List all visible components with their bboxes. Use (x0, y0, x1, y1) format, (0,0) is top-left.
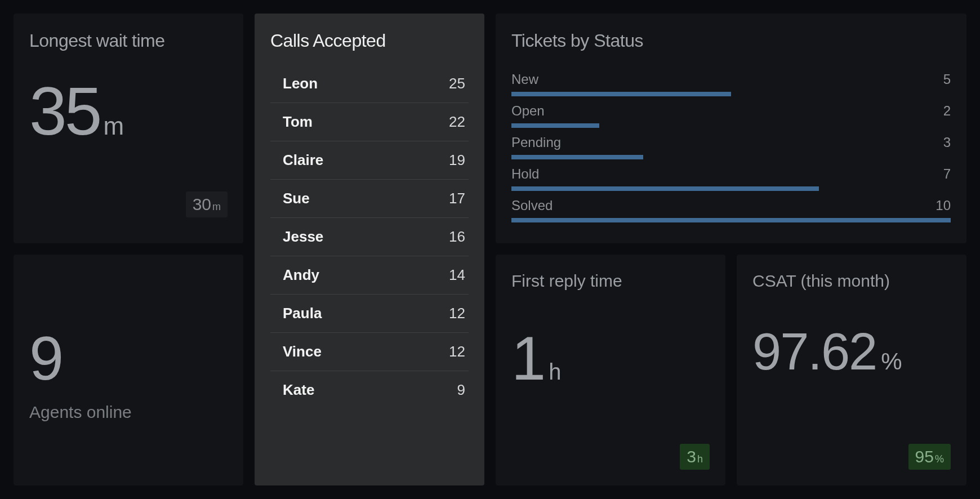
bar-label: Open (511, 103, 545, 119)
bar-header: New5 (511, 72, 951, 87)
list-item: Tom22 (270, 103, 469, 141)
card-title: Longest wait time (29, 30, 228, 51)
bar-label: New (511, 72, 538, 87)
csat-value: 97.62 % (752, 322, 951, 381)
bar-fill (511, 155, 643, 159)
agent-name: Tom (270, 113, 313, 131)
badge-unit: m (212, 201, 221, 213)
agent-value: 25 (449, 75, 469, 92)
bar-header: Open2 (511, 103, 951, 119)
agent-value: 16 (449, 228, 469, 246)
agent-value: 12 (449, 343, 469, 360)
badge-number: 3 (687, 447, 696, 466)
metric-number: 35 (29, 77, 100, 145)
list-item: Paula12 (270, 295, 469, 333)
agent-name: Leon (270, 75, 318, 92)
longest-wait-value: 35 m (29, 77, 228, 145)
list-item: Andy14 (270, 256, 469, 295)
bar-value: 2 (943, 103, 951, 119)
badge-number: 95 (915, 447, 934, 466)
badge-unit: % (935, 453, 944, 465)
longest-wait-card: Longest wait time 35 m 30 m (14, 14, 243, 243)
list-item: Leon25 (270, 65, 469, 103)
card-title: CSAT (this month) (752, 271, 951, 291)
list-item: Sue17 (270, 180, 469, 218)
agents-online-card: 9 Agents online (14, 255, 243, 485)
bar-fill (511, 92, 731, 96)
list-item: Kate9 (270, 371, 469, 409)
bar-fill (511, 218, 951, 222)
agent-value: 14 (449, 266, 469, 284)
agent-name: Vince (270, 343, 322, 360)
metric-unit: m (103, 112, 124, 140)
agent-name: Andy (270, 266, 319, 284)
agent-value: 22 (449, 113, 469, 131)
badge-unit: h (697, 453, 703, 465)
target-badge: 95 % (908, 444, 951, 470)
calls-accepted-card: Calls Accepted Leon25Tom22Claire19Sue17J… (255, 14, 484, 485)
first-reply-card: First reply time 1 h 3 h (496, 255, 725, 485)
agent-name: Paula (270, 305, 322, 322)
agent-value: 12 (449, 305, 469, 322)
bar-fill (511, 186, 819, 191)
agent-value: 17 (449, 190, 469, 207)
agents-online-label: Agents online (29, 403, 228, 422)
card-title: Tickets by Status (511, 30, 951, 51)
bar-track (511, 186, 951, 191)
metric-number: 1 (511, 322, 544, 394)
bar-row: Hold7 (511, 166, 951, 191)
list-item: Jesse16 (270, 218, 469, 256)
dashboard-grid: Longest wait time 35 m 30 m Calls Accept… (0, 0, 980, 499)
target-badge: 3 h (680, 444, 710, 470)
bar-header: Hold7 (511, 166, 951, 182)
first-reply-value: 1 h (511, 322, 710, 394)
bar-value: 5 (943, 72, 951, 87)
bar-row: Pending3 (511, 135, 951, 159)
agent-value: 19 (449, 152, 469, 169)
calls-accepted-list: Leon25Tom22Claire19Sue17Jesse16Andy14Pau… (270, 65, 469, 409)
bar-track (511, 218, 951, 222)
bar-header: Pending3 (511, 135, 951, 150)
bar-header: Solved10 (511, 198, 951, 213)
bar-label: Hold (511, 166, 539, 182)
csat-card: CSAT (this month) 97.62 % 95 % (737, 255, 966, 485)
bar-label: Solved (511, 198, 553, 213)
bar-row: Open2 (511, 103, 951, 128)
tickets-by-status-card: Tickets by Status New5Open2Pending3Hold7… (496, 14, 966, 243)
list-item: Vince12 (270, 333, 469, 371)
agent-value: 9 (457, 381, 469, 399)
agent-name: Jesse (270, 228, 323, 246)
card-title: First reply time (511, 271, 710, 291)
agent-name: Claire (270, 152, 323, 169)
target-badge: 30 m (186, 191, 228, 217)
bottom-right-group: First reply time 1 h 3 h CSAT (this mont… (496, 255, 966, 485)
list-item: Claire19 (270, 141, 469, 180)
badge-number: 30 (193, 195, 211, 214)
bar-row: New5 (511, 72, 951, 96)
bar-label: Pending (511, 135, 561, 150)
bar-track (511, 155, 951, 159)
bar-fill (511, 123, 599, 128)
bar-track (511, 92, 951, 96)
bar-row: Solved10 (511, 198, 951, 222)
bar-track (511, 123, 951, 128)
metric-unit: % (881, 348, 902, 375)
bar-value: 7 (943, 166, 951, 182)
agent-name: Kate (270, 381, 314, 399)
metric-unit: h (549, 359, 561, 385)
metric-number: 97.62 (752, 322, 876, 381)
status-bars: New5Open2Pending3Hold7Solved10 (511, 72, 951, 222)
agents-online-number: 9 (29, 322, 228, 394)
agent-name: Sue (270, 190, 310, 207)
card-title: Calls Accepted (270, 30, 469, 51)
bar-value: 3 (943, 135, 951, 150)
bar-value: 10 (936, 198, 951, 213)
